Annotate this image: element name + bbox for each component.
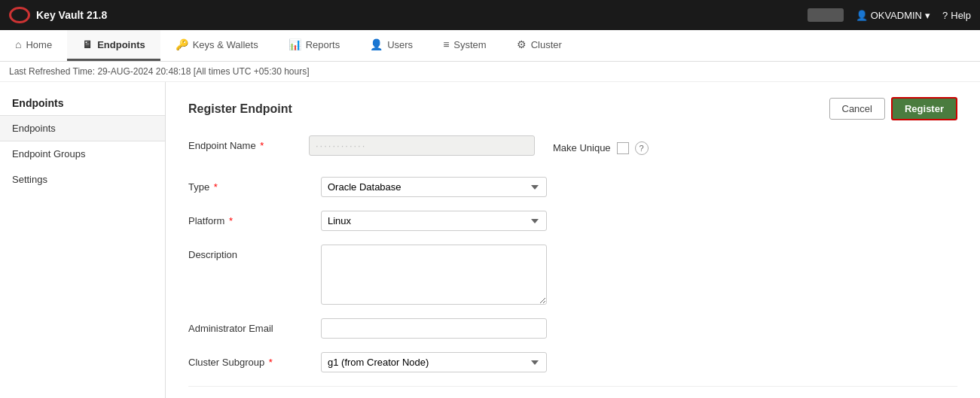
help-label: Help <box>951 10 971 21</box>
tab-reports[interactable]: 📊 Reports <box>273 30 356 61</box>
tab-cluster-label: Cluster <box>531 39 562 50</box>
tab-cluster[interactable]: ⚙ Cluster <box>502 30 577 61</box>
platform-required-star: * <box>229 215 233 226</box>
tab-endpoints-label: Endpoints <box>97 39 145 50</box>
tab-system-label: System <box>453 39 486 50</box>
register-form: Endpoint Name * Make Unique ? Type <box>188 135 791 372</box>
endpoint-name-input[interactable] <box>309 135 535 156</box>
cluster-icon: ⚙ <box>517 38 527 50</box>
tab-endpoints[interactable]: 🖥 Endpoints <box>67 30 160 61</box>
endpoint-name-row: Endpoint Name * Make Unique ? <box>188 135 791 156</box>
description-row: Description <box>188 245 791 305</box>
cancel-button[interactable]: Cancel <box>829 98 885 120</box>
tab-keys-wallets-label: Keys & Wallets <box>193 39 258 50</box>
make-unique-section: Make Unique ? <box>553 137 649 155</box>
tab-home[interactable]: ⌂ Home <box>0 30 67 61</box>
content-area: Register Endpoint Cancel Register Endpoi… <box>166 82 980 398</box>
avatar <box>808 8 844 22</box>
type-required-star: * <box>214 181 218 193</box>
make-unique-label: Make Unique <box>553 142 611 153</box>
app-title: Key Vault 21.8 <box>36 9 107 21</box>
system-icon: ≡ <box>443 38 449 50</box>
cluster-subgroup-label: Cluster Subgroup * <box>188 352 309 368</box>
endpoints-icon: 🖥 <box>82 38 93 50</box>
tab-reports-label: Reports <box>306 39 340 50</box>
nav-tabs: ⌂ Home 🖥 Endpoints 🔑 Keys & Wallets 📊 Re… <box>0 30 980 62</box>
admin-email-row: Administrator Email <box>188 318 791 339</box>
user-name: OKVADMIN <box>871 10 922 21</box>
description-input[interactable] <box>321 245 547 305</box>
content-header: Register Endpoint Cancel Register <box>188 97 957 120</box>
header: Key Vault 21.8 👤 OKVADMIN ▾ ? Help <box>0 0 980 30</box>
action-buttons: Cancel Register <box>829 97 958 120</box>
sidebar-item-settings[interactable]: Settings <box>0 167 165 193</box>
tab-users-label: Users <box>387 39 413 50</box>
help-icon: ? <box>942 10 948 21</box>
main-layout: Endpoints Endpoints Endpoint Groups Sett… <box>0 82 980 398</box>
tab-system[interactable]: ≡ System <box>428 30 502 61</box>
sidebar-item-endpoints[interactable]: Endpoints <box>0 115 165 141</box>
platform-label: Platform * <box>188 211 309 226</box>
refresh-time-text: Last Refreshed Time: 29-AUG-2024 20:48:1… <box>9 66 310 77</box>
sidebar-settings-label: Settings <box>12 174 47 185</box>
description-label: Description <box>188 245 309 260</box>
users-icon: 👤 <box>370 38 383 50</box>
type-select[interactable]: Oracle Database MySQL PostgreSQL Microso… <box>321 177 547 197</box>
keys-icon: 🔑 <box>176 38 188 50</box>
sidebar-endpoints-label: Endpoints <box>12 123 56 134</box>
sidebar-item-endpoint-groups[interactable]: Endpoint Groups <box>0 141 165 167</box>
make-unique-help-icon[interactable]: ? <box>635 141 649 155</box>
cluster-subgroup-row: Cluster Subgroup * g1 (from Creator Node… <box>188 352 791 372</box>
tab-users[interactable]: 👤 Users <box>355 30 428 61</box>
user-icon: 👤 <box>856 10 868 21</box>
register-button[interactable]: Register <box>891 97 957 120</box>
admin-email-label: Administrator Email <box>188 318 309 334</box>
make-unique-checkbox[interactable] <box>617 142 629 154</box>
help-button[interactable]: ? Help <box>942 10 971 21</box>
sidebar: Endpoints Endpoints Endpoint Groups Sett… <box>0 82 166 398</box>
tab-keys-wallets[interactable]: 🔑 Keys & Wallets <box>160 30 273 61</box>
sidebar-title: Endpoints <box>0 90 165 115</box>
home-icon: ⌂ <box>15 38 21 50</box>
user-chevron-icon: ▾ <box>925 10 930 21</box>
app-logo-section: Key Vault 21.8 <box>9 7 808 23</box>
cluster-required-star: * <box>269 357 273 368</box>
type-label: Type * <box>188 177 309 193</box>
refresh-bar: Last Refreshed Time: 29-AUG-2024 20:48:1… <box>0 62 980 82</box>
content-title: Register Endpoint <box>188 102 292 116</box>
cluster-subgroup-select[interactable]: g1 (from Creator Node) g2 g3 <box>321 352 547 372</box>
required-star: * <box>260 140 264 151</box>
header-right: 👤 OKVADMIN ▾ ? Help <box>808 8 971 22</box>
platform-select[interactable]: Linux Windows Solaris AIX <box>321 211 547 231</box>
content-footer <box>188 386 957 387</box>
oracle-logo <box>9 7 30 23</box>
admin-email-input[interactable] <box>321 318 547 339</box>
user-menu[interactable]: 👤 OKVADMIN ▾ <box>856 10 930 21</box>
reports-icon: 📊 <box>289 38 301 50</box>
name-input-group: Make Unique ? <box>309 135 649 156</box>
sidebar-endpoint-groups-label: Endpoint Groups <box>12 148 86 160</box>
platform-row: Platform * Linux Windows Solaris AIX <box>188 211 791 231</box>
type-row: Type * Oracle Database MySQL PostgreSQL … <box>188 177 791 197</box>
endpoint-name-label: Endpoint Name * <box>188 135 309 151</box>
tab-home-label: Home <box>26 39 52 50</box>
